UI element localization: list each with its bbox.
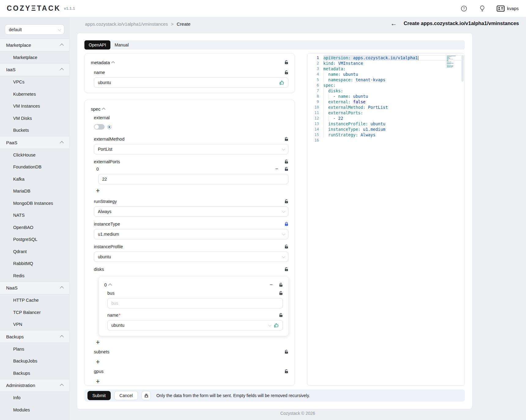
disk-bus-input[interactable]: [111, 301, 279, 306]
yaml-line[interactable]: 4 name: ubuntu: [307, 72, 465, 77]
yaml-line[interactable]: 10 externalMethod: PortList: [307, 105, 465, 110]
yaml-line[interactable]: 7 disks:: [307, 88, 465, 94]
sidebar-item-qdrant[interactable]: Qdrant: [0, 245, 69, 258]
sidebar-group-marketplace[interactable]: Marketplace: [0, 39, 69, 51]
sidebar-item-kubernetes[interactable]: Kubernetes: [0, 88, 69, 100]
yaml-code[interactable]: 1apiVersion: apps.cozystack.io/v1alpha12…: [307, 53, 465, 143]
remove-disk-button[interactable]: −: [268, 282, 275, 288]
sidebar-item-redis[interactable]: Redis: [0, 270, 69, 282]
breadcrumb-resource-link[interactable]: apps.cozystack.io/v1alpha1/vminstances: [85, 21, 168, 27]
namespace-select[interactable]: default: [5, 24, 64, 35]
cancel-button[interactable]: Cancel: [114, 391, 138, 400]
sidebar-item-http-cache[interactable]: HTTP Cache: [0, 294, 69, 307]
editor-minimap[interactable]: [447, 56, 460, 69]
back-arrow-icon[interactable]: ←: [391, 20, 397, 27]
sidebar-item-rabbitmq[interactable]: RabbitMQ: [0, 258, 69, 270]
sidebar-item-marketplace[interactable]: Marketplace: [0, 51, 69, 64]
chevron-up-icon: [108, 283, 112, 287]
user-menu[interactable]: kvaps: [497, 6, 519, 12]
sidebar-item-openbao[interactable]: OpenBAO: [0, 221, 69, 234]
lock-open-icon[interactable]: [284, 199, 288, 204]
metadata-section-card: metadata name: [84, 53, 295, 93]
line-number: 10: [307, 105, 323, 110]
lock-open-icon[interactable]: [284, 167, 288, 171]
sidebar-item-vm-instances[interactable]: VM Instances: [0, 100, 69, 112]
sidebar-item-clickhouse[interactable]: ClickHouse: [0, 149, 69, 161]
disk-name-select[interactable]: ubuntu: [107, 320, 283, 330]
sidebar-item-vpcs[interactable]: VPCs: [0, 76, 69, 88]
help-button[interactable]: ?: [460, 5, 468, 13]
yaml-line[interactable]: 3metadata:: [307, 66, 465, 72]
externalmethod-select[interactable]: PortList: [94, 144, 288, 154]
sidebar-group-paas[interactable]: PaaS: [0, 136, 69, 149]
yaml-line[interactable]: 9 external: false: [307, 99, 465, 105]
sidebar-item-backups[interactable]: Backups: [0, 367, 69, 379]
metadata-name-input[interactable]: [98, 80, 279, 85]
lock-closed-icon[interactable]: [284, 222, 288, 226]
yaml-line[interactable]: 16: [307, 138, 465, 143]
instancetype-select[interactable]: u1.medium: [94, 229, 288, 239]
spec-section-toggle[interactable]: spec: [91, 106, 106, 112]
sidebar-item-mariadb[interactable]: MariaDB: [0, 185, 69, 197]
lock-open-icon[interactable]: [284, 60, 288, 64]
lock-open-icon[interactable]: [284, 350, 288, 354]
lock-open-icon[interactable]: [284, 369, 288, 374]
debug-button[interactable]: [142, 391, 151, 400]
sidebar-item-vpn[interactable]: VPN: [0, 319, 69, 331]
sidebar-group-administration[interactable]: Administration: [0, 379, 69, 392]
yaml-line[interactable]: 5 namespace: tenant-kvaps: [307, 77, 465, 83]
sidebar-item-kafka[interactable]: Kafka: [0, 173, 69, 185]
line-number: 4: [307, 72, 323, 77]
add-port-button[interactable]: +: [93, 186, 102, 195]
yaml-line[interactable]: 2kind: VMInstance: [307, 61, 465, 66]
add-disk-button[interactable]: +: [93, 338, 102, 347]
instancetype-label: instanceType: [94, 222, 120, 227]
disk-item-toggle[interactable]: 0: [104, 282, 112, 287]
sidebar-group-naas[interactable]: NaaS: [0, 282, 69, 294]
sidebar-item-tcp-balancer[interactable]: TCP Balancer: [0, 306, 69, 319]
add-subnet-button[interactable]: +: [93, 357, 102, 367]
lock-open-icon[interactable]: [279, 291, 283, 295]
sidebar-group-iaas[interactable]: IaaS: [0, 63, 69, 76]
lock-open-icon[interactable]: [284, 70, 288, 75]
lock-open-icon[interactable]: [284, 245, 288, 249]
lock-open-icon[interactable]: [279, 313, 283, 317]
yaml-line[interactable]: 14 instanceType: u1.medium: [307, 127, 465, 132]
lock-open-icon[interactable]: [284, 160, 288, 164]
yaml-line[interactable]: 6spec:: [307, 83, 465, 88]
metadata-section-toggle[interactable]: metadata: [91, 60, 115, 65]
remove-port-button[interactable]: −: [273, 166, 280, 172]
sidebar-group-backups[interactable]: Backups: [0, 330, 69, 343]
yaml-line[interactable]: 1apiVersion: apps.cozystack.io/v1alpha1: [307, 55, 465, 61]
instanceprofile-select[interactable]: ubuntu: [94, 252, 288, 262]
lock-open-icon[interactable]: [284, 267, 288, 271]
footer-copyright: Cozystack © 2026: [69, 411, 526, 416]
theme-toggle-button[interactable]: [478, 5, 486, 13]
yaml-editor[interactable]: 1apiVersion: apps.cozystack.io/v1alpha12…: [307, 53, 465, 386]
tab-manual[interactable]: Manual: [110, 40, 133, 50]
sidebar-item-postgresql[interactable]: PostgreSQL: [0, 234, 69, 246]
external-toggle[interactable]: [94, 124, 105, 130]
sidebar-item-plans[interactable]: Plans: [0, 343, 69, 355]
yaml-line[interactable]: 8 - name: ubuntu: [307, 94, 465, 99]
externalports-item-input[interactable]: [102, 177, 284, 182]
editor-scrollbar[interactable]: [461, 55, 464, 82]
yaml-line[interactable]: 13 instanceProfile: ubuntu: [307, 121, 465, 127]
runstrategy-select[interactable]: Always: [94, 206, 288, 217]
tab-openapi[interactable]: OpenAPI: [84, 40, 110, 50]
sidebar-item-mongodb-instances[interactable]: MongoDB Instances: [0, 197, 69, 209]
sidebar-item-backupjobs[interactable]: BackupJobs: [0, 355, 69, 367]
sidebar-item-modules[interactable]: Modules: [0, 404, 69, 416]
yaml-line[interactable]: 15 runStrategy: Always: [307, 132, 465, 138]
sidebar-item-foundationdb[interactable]: FoundationDB: [0, 161, 69, 173]
lock-open-icon[interactable]: [284, 137, 288, 141]
sidebar-item-buckets[interactable]: Buckets: [0, 124, 69, 137]
yaml-line[interactable]: 12 - 22: [307, 116, 465, 121]
lock-open-icon[interactable]: [279, 283, 283, 287]
submit-button[interactable]: Submit: [87, 391, 111, 400]
add-gpu-button[interactable]: +: [93, 377, 102, 386]
sidebar-item-info[interactable]: Info: [0, 392, 69, 404]
sidebar-item-vm-disks[interactable]: VM Disks: [0, 112, 69, 124]
sidebar-item-nats[interactable]: NATS: [0, 209, 69, 222]
yaml-line[interactable]: 11 externalPorts:: [307, 110, 465, 116]
